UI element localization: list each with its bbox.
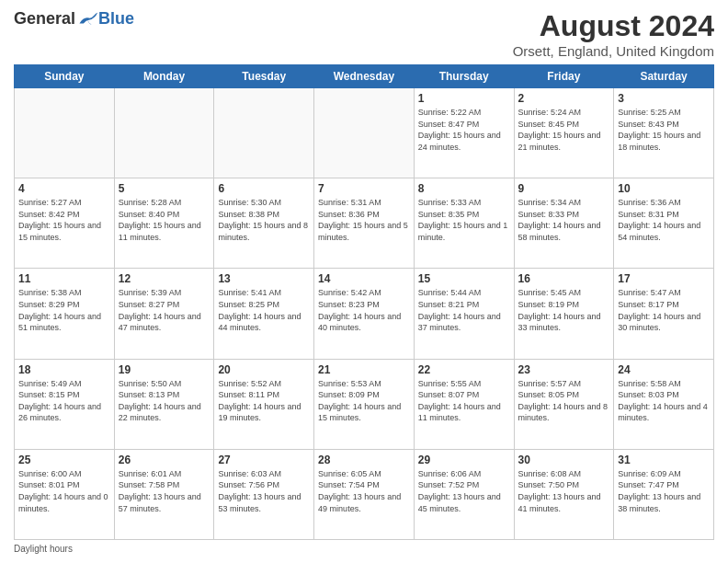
calendar-header-row: SundayMondayTuesdayWednesdayThursdayFrid… xyxy=(15,65,714,88)
calendar-day-cell: 7Sunrise: 5:31 AMSunset: 8:36 PMDaylight… xyxy=(314,178,415,269)
day-number: 10 xyxy=(618,182,710,195)
day-number: 14 xyxy=(318,272,410,285)
day-info: Sunrise: 6:09 AMSunset: 7:47 PMDaylight:… xyxy=(618,468,710,514)
day-info: Sunrise: 6:08 AMSunset: 7:50 PMDaylight:… xyxy=(518,468,610,514)
day-info: Sunrise: 5:39 AMSunset: 8:27 PMDaylight:… xyxy=(119,287,210,333)
calendar-day-cell xyxy=(314,88,415,178)
day-number: 26 xyxy=(119,454,210,466)
calendar-day-cell: 21Sunrise: 5:53 AMSunset: 8:09 PMDayligh… xyxy=(314,359,415,449)
day-info: Sunrise: 5:42 AMSunset: 8:23 PMDaylight:… xyxy=(318,287,410,333)
page: General Blue August 2024 Orsett, England… xyxy=(0,0,728,563)
calendar-day-cell: 18Sunrise: 5:49 AMSunset: 8:15 PMDayligh… xyxy=(15,359,115,449)
day-number: 23 xyxy=(518,363,610,376)
day-number: 6 xyxy=(218,182,310,195)
day-number: 15 xyxy=(418,272,510,285)
title-section: August 2024 Orsett, England, United King… xyxy=(513,9,714,59)
calendar-day-cell: 19Sunrise: 5:50 AMSunset: 8:13 PMDayligh… xyxy=(114,359,214,449)
day-number: 9 xyxy=(518,182,610,195)
calendar-week-row: 25Sunrise: 6:00 AMSunset: 8:01 PMDayligh… xyxy=(15,449,714,539)
calendar-day-cell: 16Sunrise: 5:45 AMSunset: 8:19 PMDayligh… xyxy=(514,269,614,359)
calendar-day-cell: 8Sunrise: 5:33 AMSunset: 8:35 PMDaylight… xyxy=(414,178,514,269)
calendar-day-cell: 6Sunrise: 5:30 AMSunset: 8:38 PMDaylight… xyxy=(214,178,314,269)
calendar-day-cell: 10Sunrise: 5:36 AMSunset: 8:31 PMDayligh… xyxy=(614,178,714,269)
calendar-day-cell: 22Sunrise: 5:55 AMSunset: 8:07 PMDayligh… xyxy=(414,359,514,449)
day-number: 20 xyxy=(218,363,310,376)
calendar-day-cell: 1Sunrise: 5:22 AMSunset: 8:47 PMDaylight… xyxy=(414,88,514,178)
logo-blue-text: Blue xyxy=(98,9,134,29)
day-info: Sunrise: 5:57 AMSunset: 8:05 PMDaylight:… xyxy=(518,378,610,424)
calendar-day-cell: 25Sunrise: 6:00 AMSunset: 8:01 PMDayligh… xyxy=(15,449,115,539)
logo-bird-icon xyxy=(78,11,98,28)
day-info: Sunrise: 5:24 AMSunset: 8:45 PMDaylight:… xyxy=(518,107,610,153)
day-info: Sunrise: 6:01 AMSunset: 7:58 PMDaylight:… xyxy=(119,468,210,514)
day-number: 8 xyxy=(418,182,510,195)
day-number: 25 xyxy=(18,454,110,466)
day-info: Sunrise: 5:27 AMSunset: 8:42 PMDaylight:… xyxy=(18,197,110,243)
day-number: 21 xyxy=(318,363,410,376)
day-info: Sunrise: 6:06 AMSunset: 7:52 PMDaylight:… xyxy=(418,468,510,514)
day-info: Sunrise: 5:53 AMSunset: 8:09 PMDaylight:… xyxy=(318,378,410,424)
calendar-day-cell: 3Sunrise: 5:25 AMSunset: 8:43 PMDaylight… xyxy=(614,88,714,178)
day-number: 7 xyxy=(318,182,410,195)
day-number: 13 xyxy=(218,272,310,285)
calendar-day-cell: 29Sunrise: 6:06 AMSunset: 7:52 PMDayligh… xyxy=(414,449,514,539)
day-info: Sunrise: 5:33 AMSunset: 8:35 PMDaylight:… xyxy=(418,197,510,243)
calendar-day-header: Wednesday xyxy=(314,65,415,88)
day-number: 12 xyxy=(119,272,210,285)
calendar-week-row: 1Sunrise: 5:22 AMSunset: 8:47 PMDaylight… xyxy=(15,88,714,178)
day-info: Sunrise: 6:05 AMSunset: 7:54 PMDaylight:… xyxy=(318,468,410,514)
day-number: 1 xyxy=(418,92,510,105)
calendar-day-cell xyxy=(214,88,314,178)
day-number: 31 xyxy=(618,454,710,466)
calendar-table: SundayMondayTuesdayWednesdayThursdayFrid… xyxy=(14,64,714,540)
day-info: Sunrise: 5:25 AMSunset: 8:43 PMDaylight:… xyxy=(618,107,710,153)
day-number: 3 xyxy=(618,92,710,105)
day-info: Sunrise: 6:03 AMSunset: 7:56 PMDaylight:… xyxy=(218,468,310,514)
day-number: 24 xyxy=(618,363,710,376)
day-info: Sunrise: 5:52 AMSunset: 8:11 PMDaylight:… xyxy=(218,378,310,424)
day-info: Sunrise: 5:31 AMSunset: 8:36 PMDaylight:… xyxy=(318,197,410,243)
day-info: Sunrise: 5:30 AMSunset: 8:38 PMDaylight:… xyxy=(218,197,310,243)
calendar-day-cell: 24Sunrise: 5:58 AMSunset: 8:03 PMDayligh… xyxy=(614,359,714,449)
day-info: Sunrise: 5:34 AMSunset: 8:33 PMDaylight:… xyxy=(518,197,610,243)
day-info: Sunrise: 5:41 AMSunset: 8:25 PMDaylight:… xyxy=(218,287,310,333)
day-info: Sunrise: 5:55 AMSunset: 8:07 PMDaylight:… xyxy=(418,378,510,424)
calendar-day-cell: 30Sunrise: 6:08 AMSunset: 7:50 PMDayligh… xyxy=(514,449,614,539)
day-number: 22 xyxy=(418,363,510,376)
calendar-day-header: Saturday xyxy=(614,65,714,88)
day-info: Sunrise: 5:44 AMSunset: 8:21 PMDaylight:… xyxy=(418,287,510,333)
calendar-day-cell: 2Sunrise: 5:24 AMSunset: 8:45 PMDaylight… xyxy=(514,88,614,178)
calendar-day-cell: 9Sunrise: 5:34 AMSunset: 8:33 PMDaylight… xyxy=(514,178,614,269)
day-info: Sunrise: 6:00 AMSunset: 8:01 PMDaylight:… xyxy=(18,468,110,514)
calendar-day-cell: 26Sunrise: 6:01 AMSunset: 7:58 PMDayligh… xyxy=(114,449,214,539)
calendar-day-header: Friday xyxy=(514,65,614,88)
day-info: Sunrise: 5:45 AMSunset: 8:19 PMDaylight:… xyxy=(518,287,610,333)
calendar-day-cell: 15Sunrise: 5:44 AMSunset: 8:21 PMDayligh… xyxy=(414,269,514,359)
calendar-day-cell: 17Sunrise: 5:47 AMSunset: 8:17 PMDayligh… xyxy=(614,269,714,359)
day-number: 16 xyxy=(518,272,610,285)
day-number: 30 xyxy=(518,454,610,466)
day-number: 18 xyxy=(18,363,110,376)
day-info: Sunrise: 5:47 AMSunset: 8:17 PMDaylight:… xyxy=(618,287,710,333)
calendar-day-cell: 4Sunrise: 5:27 AMSunset: 8:42 PMDaylight… xyxy=(15,178,115,269)
calendar-day-header: Monday xyxy=(114,65,214,88)
day-number: 28 xyxy=(318,454,410,466)
calendar-day-header: Tuesday xyxy=(214,65,314,88)
calendar-day-cell: 20Sunrise: 5:52 AMSunset: 8:11 PMDayligh… xyxy=(214,359,314,449)
day-number: 19 xyxy=(119,363,210,376)
calendar-week-row: 11Sunrise: 5:38 AMSunset: 8:29 PMDayligh… xyxy=(15,269,714,359)
calendar-day-cell: 28Sunrise: 6:05 AMSunset: 7:54 PMDayligh… xyxy=(314,449,415,539)
calendar-day-cell xyxy=(114,88,214,178)
header: General Blue August 2024 Orsett, England… xyxy=(14,9,714,59)
day-number: 2 xyxy=(518,92,610,105)
day-info: Sunrise: 5:38 AMSunset: 8:29 PMDaylight:… xyxy=(18,287,110,333)
calendar-day-cell: 11Sunrise: 5:38 AMSunset: 8:29 PMDayligh… xyxy=(15,269,115,359)
day-info: Sunrise: 5:58 AMSunset: 8:03 PMDaylight:… xyxy=(618,378,710,424)
day-number: 5 xyxy=(119,182,210,195)
calendar-day-cell: 23Sunrise: 5:57 AMSunset: 8:05 PMDayligh… xyxy=(514,359,614,449)
calendar-day-cell: 14Sunrise: 5:42 AMSunset: 8:23 PMDayligh… xyxy=(314,269,415,359)
location-subtitle: Orsett, England, United Kingdom xyxy=(513,43,714,59)
calendar-week-row: 18Sunrise: 5:49 AMSunset: 8:15 PMDayligh… xyxy=(15,359,714,449)
day-info: Sunrise: 5:36 AMSunset: 8:31 PMDaylight:… xyxy=(618,197,710,243)
calendar-day-cell xyxy=(15,88,115,178)
